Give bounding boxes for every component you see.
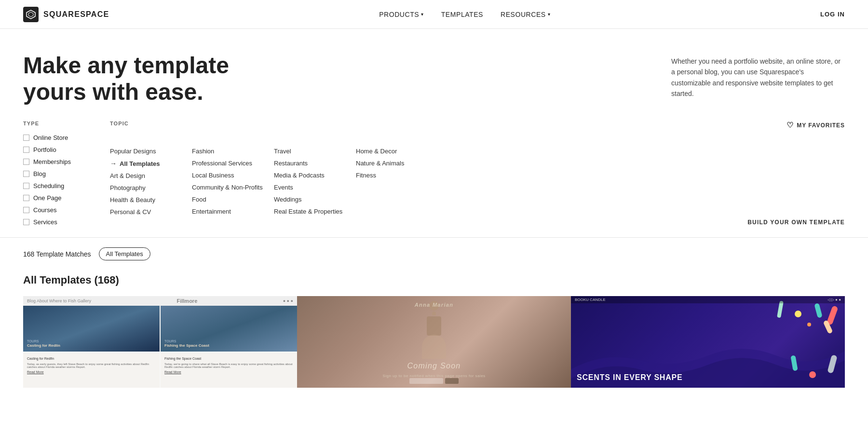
chevron-down-icon: ▾ [421, 12, 424, 17]
type-online-store[interactable]: Online Store [23, 134, 110, 141]
template-card-candle[interactable]: BOOKU CANDLE ◁ ▷ ● ● SCENTS IN EVERY SHA… [571, 296, 845, 388]
candle-tagline: SCENTS IN EVERY SHAPE [577, 373, 683, 382]
topic-health-beauty[interactable]: Health & Beauty [110, 196, 192, 203]
topic-fashion[interactable]: Fashion [192, 148, 274, 155]
topic-filter-area: TOPIC Popular Designs All Templates Art … [110, 121, 845, 226]
topic-col-1: Popular Designs All Templates Art & Desi… [110, 134, 192, 226]
topic-fitness[interactable]: Fitness [356, 172, 438, 179]
nav-resources[interactable]: RESOURCES ▾ [501, 11, 550, 18]
topic-popular-designs[interactable]: Popular Designs [110, 148, 192, 155]
template-grid: Blog About Where to Fish Gallery Fillmor… [0, 296, 868, 388]
topic-professional-services[interactable]: Professional Services [192, 160, 274, 167]
type-courses[interactable]: Courses [23, 206, 110, 214]
topic-travel[interactable]: Travel [274, 148, 356, 155]
fillmore-preview: Blog About Where to Fish Gallery Fillmor… [23, 296, 297, 388]
candle-preview: BOOKU CANDLE ◁ ▷ ● ● SCENTS IN EVERY SHA… [571, 296, 845, 388]
topic-community[interactable]: Community & Non-Profits [192, 184, 274, 191]
topic-photography[interactable]: Photography [110, 184, 192, 191]
topic-col-2: Fashion Professional Services Local Busi… [192, 134, 274, 226]
all-templates-heading: All Templates (168) [0, 270, 868, 296]
logo[interactable]: SQUARESPACE [23, 7, 109, 22]
topic-col-4: Home & Decor Nature & Animals Fitness [356, 134, 438, 226]
my-favorites-button[interactable]: ♡ MY FAVORITES [787, 121, 845, 130]
checkbox-portfolio[interactable] [23, 147, 29, 153]
type-list: Online Store Portfolio Memberships Blog … [23, 134, 110, 226]
fillmore-content: Casting for Redlin TOURS Casting for Red… [23, 306, 297, 388]
checkbox-services[interactable] [23, 219, 29, 225]
type-filter-col: TYPE Online Store Portfolio Memberships … [23, 121, 110, 226]
topic-entertainment[interactable]: Entertainment [192, 208, 274, 215]
nav-products[interactable]: PRODUCTS ▾ [379, 11, 424, 18]
topic-media-podcasts[interactable]: Media & Podcasts [274, 172, 356, 179]
template-card-fillmore[interactable]: Blog About Where to Fish Gallery Fillmor… [23, 296, 297, 388]
fashion-coming-soon: Coming Soon [407, 362, 461, 370]
results-count: 168 Template Matches [23, 250, 91, 258]
topic-restaurants[interactable]: Restaurants [274, 160, 356, 167]
checkbox-one-page[interactable] [23, 195, 29, 201]
topic-real-estate[interactable]: Real Estate & Properties [274, 208, 356, 215]
topic-food[interactable]: Food [192, 196, 274, 203]
topic-personal-cv[interactable]: Personal & CV [110, 208, 192, 216]
topic-col-3: Travel Restaurants Media & Podcasts Even… [274, 134, 356, 226]
fashion-sub: Sign up to be notified when this page op… [382, 374, 485, 378]
fashion-name-overlay: Anna Marian [415, 302, 454, 308]
hero-title: Make any template yours with ease. [23, 52, 255, 105]
chevron-down-icon: ▾ [548, 12, 551, 17]
logo-text: SQUARESPACE [43, 10, 109, 19]
topic-art-design[interactable]: Art & Design [110, 172, 192, 179]
fillmore-browser-bar: Blog About Where to Fish Gallery Fillmor… [23, 296, 297, 306]
hero-section: Make any template yours with ease. Wheth… [0, 29, 868, 121]
filter-row: TYPE Online Store Portfolio Memberships … [23, 121, 845, 226]
active-filter-tag[interactable]: All Templates [99, 247, 150, 260]
topic-columns: Popular Designs All Templates Art & Desi… [110, 134, 845, 226]
svg-rect-0 [23, 7, 39, 22]
header: SQUARESPACE PRODUCTS ▾ TEMPLATES RESOURC… [0, 0, 868, 29]
type-portfolio[interactable]: Portfolio [23, 146, 110, 153]
filter-section: ♡ MY FAVORITES TYPE Online Store Portfol… [0, 121, 868, 238]
type-one-page[interactable]: One Page [23, 194, 110, 202]
results-bar: 168 Template Matches All Templates [0, 238, 868, 270]
main-nav: PRODUCTS ▾ TEMPLATES RESOURCES ▾ [379, 11, 550, 18]
template-card-fashion[interactable]: Anna Marian Coming Soon Sign up to be no… [297, 296, 571, 388]
login-button[interactable]: LOG IN [820, 11, 845, 18]
topic-all-templates[interactable]: All Templates [110, 160, 192, 167]
fashion-preview: Anna Marian Coming Soon Sign up to be no… [297, 296, 571, 388]
type-label: TYPE [23, 121, 110, 126]
squarespace-logo-icon [23, 7, 39, 22]
topic-events[interactable]: Events [274, 184, 356, 191]
type-services[interactable]: Services [23, 218, 110, 226]
heart-icon: ♡ [787, 121, 794, 130]
checkbox-online-store[interactable] [23, 135, 29, 141]
topic-label: TOPIC [110, 121, 845, 126]
topic-home-decor[interactable]: Home & Decor [356, 148, 438, 155]
topic-weddings[interactable]: Weddings [274, 196, 356, 203]
checkbox-memberships[interactable] [23, 159, 29, 165]
nav-templates[interactable]: TEMPLATES [441, 11, 483, 18]
checkbox-blog[interactable] [23, 171, 29, 177]
type-blog[interactable]: Blog [23, 170, 110, 177]
topic-local-business[interactable]: Local Business [192, 172, 274, 179]
type-memberships[interactable]: Memberships [23, 158, 110, 165]
topic-nature-animals[interactable]: Nature & Animals [356, 160, 438, 167]
hero-description: Whether you need a portfolio website, an… [671, 52, 845, 99]
checkbox-scheduling[interactable] [23, 183, 29, 189]
build-own-template-button[interactable]: BUILD YOUR OWN TEMPLATE [747, 219, 845, 226]
checkbox-courses[interactable] [23, 207, 29, 213]
type-scheduling[interactable]: Scheduling [23, 182, 110, 190]
